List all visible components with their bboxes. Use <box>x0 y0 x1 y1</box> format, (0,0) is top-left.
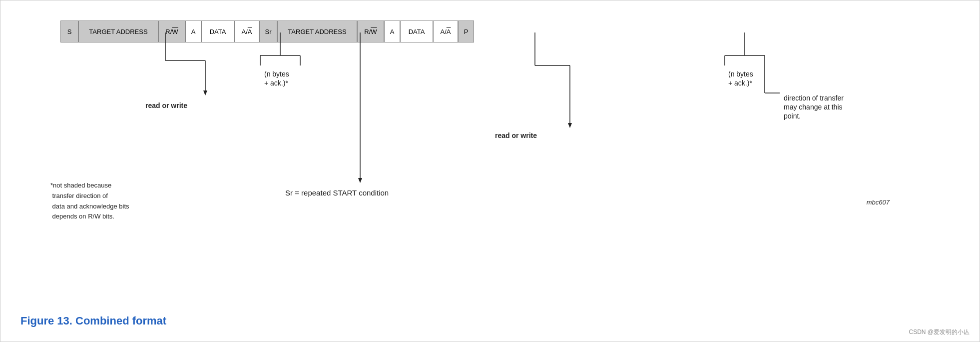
svg-marker-9 <box>358 178 362 183</box>
annotation-ack-2: + ack.)* <box>728 79 752 87</box>
main-container: S TARGET ADDRESS R/W A DATA A/A Sr TARGE… <box>0 0 980 342</box>
annotation-direction-3: point. <box>784 112 801 120</box>
annotation-ack-1: + ack.)* <box>264 79 288 87</box>
annotation-n-bytes-1: (n bytes <box>264 70 289 78</box>
diagram-id-label: mbc607 <box>867 198 890 206</box>
svg-marker-13 <box>568 123 572 128</box>
figure-caption: Figure 13. Combined format <box>20 314 166 328</box>
annotations-svg: read or write (n bytes + ack.)* Sr = rep… <box>0 0 980 342</box>
annotation-read-or-write-2: read or write <box>495 132 537 140</box>
annotation-read-or-write-1: read or write <box>145 102 187 110</box>
footnote-line-1: *not shaded because <box>50 180 129 191</box>
annotation-direction-1: direction of transfer <box>784 94 844 102</box>
watermark: CSDN @爱发明的小亾 <box>909 328 970 336</box>
annotation-sr-label: Sr = repeated START condition <box>285 188 389 197</box>
annotation-direction-2: may change at this <box>784 103 843 111</box>
footnote-line-2: transfer direction of <box>50 191 129 202</box>
svg-marker-3 <box>203 90 207 96</box>
footnote: *not shaded because transfer direction o… <box>50 180 129 222</box>
italic-label-text: mbc607 <box>867 198 890 206</box>
footnote-line-4: depends on R/W bits. <box>50 212 129 222</box>
annotation-n-bytes-2: (n bytes <box>728 70 753 78</box>
footnote-line-3: data and acknowledge bits <box>50 202 129 212</box>
